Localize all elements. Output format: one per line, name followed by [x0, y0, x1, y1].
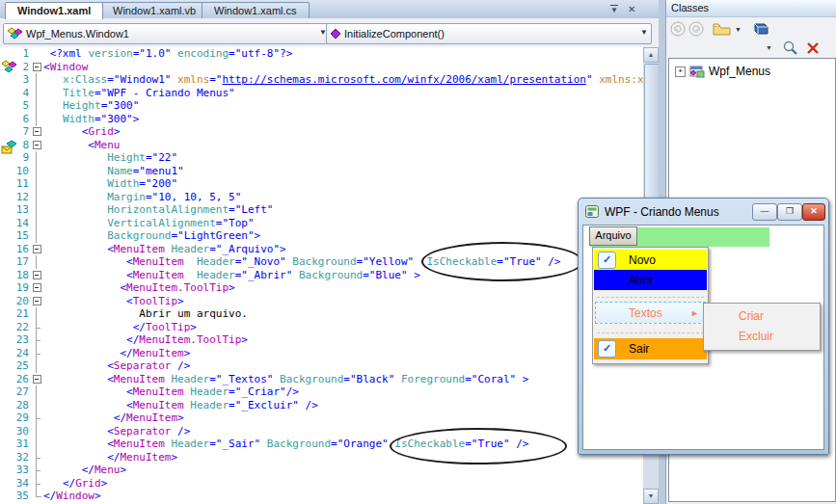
- bookmark-diamonds-icon[interactable]: [1, 60, 18, 74]
- fold-collapse-icon[interactable]: [32, 295, 43, 308]
- nav-forward-button[interactable]: [688, 20, 704, 38]
- tab-list-dropdown-icon[interactable]: ▼: [610, 5, 618, 14]
- code-text: <Menu: [43, 139, 120, 151]
- code-line: 19 <MenuItem.ToolTip>: [0, 281, 643, 295]
- code-token: <: [126, 269, 133, 281]
- code-text: HorizontalAlignment="Left": [43, 203, 273, 216]
- fold-margin: [32, 203, 43, 217]
- new-folder-button[interactable]: ▼: [713, 20, 742, 38]
- clear-search-icon[interactable]: [806, 41, 821, 55]
- menu-separator: [597, 297, 704, 298]
- fold-collapse-icon[interactable]: [32, 139, 43, 152]
- scroll-down-icon[interactable]: ▼: [643, 489, 659, 504]
- code-token: Background: [267, 438, 331, 450]
- code-line: 11 Width="200": [0, 177, 643, 191]
- fold-collapse-icon[interactable]: [32, 125, 43, 139]
- menu-item-textos[interactable]: Textos ►: [595, 302, 706, 324]
- code-token: <: [126, 255, 133, 268]
- code-token: encoding: [177, 47, 229, 60]
- line-number: 4: [0, 87, 32, 100]
- code-token: MenuItem: [114, 243, 165, 255]
- code-token: >: [177, 295, 184, 307]
- menu-item-criar[interactable]: Criar: [705, 306, 819, 326]
- fold-margin: [32, 464, 43, 477]
- menu-item-sair[interactable]: ✓ Sair: [594, 338, 707, 359]
- code-line: 14 VerticalAlignment="Top": [0, 217, 643, 230]
- fold-collapse-icon[interactable]: [32, 269, 43, 282]
- tab-window1-xaml[interactable]: Window1.xaml: [5, 2, 103, 19]
- fold-collapse-icon[interactable]: [32, 243, 43, 256]
- code-token: ="_Arquivo">: [209, 243, 285, 255]
- nav-back-button[interactable]: [670, 20, 686, 38]
- line-number: 22: [0, 321, 32, 334]
- code-text: </ToolTip>: [43, 321, 197, 333]
- code-text: <Separator />: [43, 359, 190, 372]
- code-text: <Window: [43, 61, 88, 73]
- fold-margin: [32, 477, 43, 491]
- code-line: 35</Window>: [0, 490, 643, 503]
- code-line: 29 </MenuItem>: [0, 411, 643, 425]
- classes-panel-title[interactable]: Classes: [666, 0, 836, 17]
- maximize-button[interactable]: ❐: [777, 203, 802, 221]
- code-token: ="_Novo": [235, 255, 293, 268]
- menu-item-excluir[interactable]: Excluir: [705, 327, 819, 346]
- scroll-up-icon[interactable]: ▲: [643, 47, 659, 63]
- code-text: <MenuItem.ToolTip>: [43, 281, 235, 294]
- line-number: 7: [0, 125, 32, 139]
- line-number: 13: [0, 203, 32, 217]
- code-token: Background: [107, 229, 171, 242]
- tree-item-label: Wpf_Menus: [709, 65, 770, 78]
- code-token: ="200": [139, 177, 177, 190]
- code-token: x:Class: [63, 73, 107, 86]
- code-token: version: [88, 47, 132, 60]
- code-token: <: [107, 373, 114, 385]
- code-token: Background: [292, 255, 356, 268]
- code-line: 21 Abrir um arquivo.: [0, 307, 643, 321]
- line-number: 33: [0, 464, 32, 477]
- task-envelope-icon[interactable]: [1, 140, 18, 154]
- line-number: 26: [0, 373, 32, 386]
- code-token: ="Top": [216, 217, 255, 229]
- menu-item-novo[interactable]: ✓ Novo: [594, 250, 707, 270]
- search-icon[interactable]: [782, 40, 799, 56]
- wpf-client-area: Arquivo ✓ Novo Abrir Textos ► ✓ Sair Cri…: [582, 225, 824, 450]
- code-token: Name: [107, 165, 133, 177]
- fold-collapse-icon[interactable]: [32, 61, 43, 74]
- code-token: MenuItem: [133, 385, 184, 398]
- code-token: Background: [280, 373, 343, 385]
- method-dropdown[interactable]: InitializeComponent() ▼: [326, 23, 652, 44]
- expand-icon[interactable]: +: [675, 66, 686, 77]
- code-token: Separator: [114, 359, 172, 372]
- search-options-icon[interactable]: ▼: [766, 44, 772, 51]
- class-dropdown-value: Wpf_Menus.Window1: [26, 28, 129, 40]
- tab-window1-xaml-cs[interactable]: Window1.xaml.cs: [202, 2, 310, 19]
- tree-item-wpf-menus[interactable]: + Wpf_Menus: [669, 59, 835, 78]
- code-token: <?xml: [50, 47, 89, 60]
- menu-item-abrir[interactable]: Abrir: [594, 270, 707, 290]
- fold-collapse-icon[interactable]: [32, 373, 43, 386]
- line-number: 19: [0, 281, 32, 295]
- fold-margin: [32, 425, 43, 438]
- code-text: Margin="10, 10, 5, 5": [43, 191, 241, 203]
- close-button[interactable]: ✕: [802, 203, 825, 221]
- code-line: 26 <MenuItem Header="_Textos" Background…: [0, 373, 643, 386]
- code-token: ="menu1": [133, 165, 184, 177]
- object-browser-button[interactable]: [752, 20, 769, 38]
- code-token: ="Coral" >: [465, 373, 528, 385]
- line-number: 20: [0, 295, 32, 308]
- minimize-button[interactable]: —: [752, 203, 777, 221]
- code-token: Grid: [88, 125, 114, 138]
- tab-window1-xaml-vb[interactable]: Window1.xaml.vb: [100, 2, 208, 19]
- code-text: <MenuItem Header="_Criar"/>: [43, 385, 299, 398]
- editor-navigation-bar: Wpf_Menus.Window1 ▼ InitializeComponent(…: [0, 18, 665, 47]
- class-dropdown[interactable]: Wpf_Menus.Window1 ▼: [3, 23, 331, 44]
- menu-arquivo[interactable]: Arquivo: [589, 226, 637, 246]
- code-token: MenuItem: [133, 269, 184, 281]
- check-icon: ✓: [598, 340, 616, 358]
- code-text: </Window>: [43, 490, 101, 502]
- scrollbar-thumb[interactable]: [644, 64, 660, 210]
- fold-collapse-icon[interactable]: [32, 281, 43, 295]
- close-document-icon[interactable]: ✕: [628, 4, 635, 14]
- code-token: ="LightGreen">: [171, 229, 260, 242]
- classes-toolbar: ▼: [666, 18, 836, 40]
